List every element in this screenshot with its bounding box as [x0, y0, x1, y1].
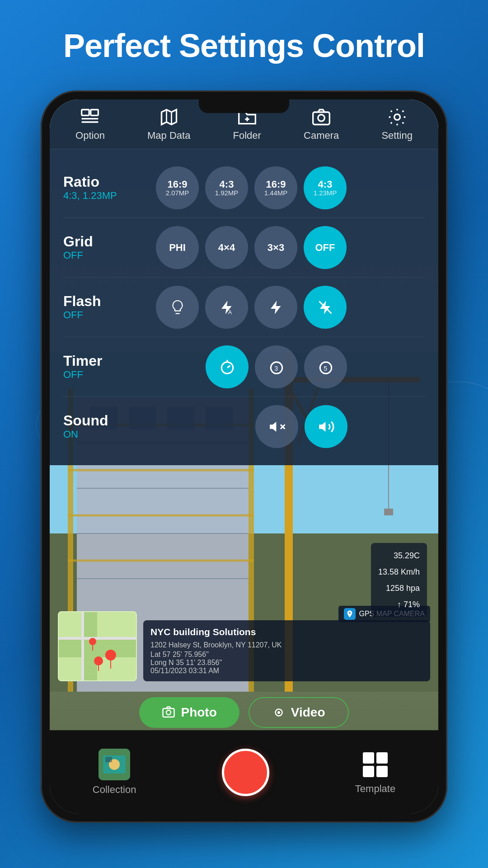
nav-item-option[interactable]: Option: [75, 107, 105, 142]
grid-btn-3x3[interactable]: 3×3: [254, 226, 297, 269]
camera-icon: [311, 107, 331, 127]
flash-auto-icon: A: [219, 299, 235, 316]
sound-label-group: Sound ON: [63, 413, 147, 440]
svg-rect-53: [59, 637, 137, 640]
svg-point-55: [105, 650, 116, 660]
nav-label-setting: Setting: [381, 130, 413, 142]
svg-rect-29: [91, 109, 99, 115]
phone-screen: Option Map Data Folder: [50, 99, 438, 814]
svg-point-41: [221, 362, 233, 373]
template-icon: [361, 750, 390, 779]
location-name: NYC building Solutions: [150, 627, 423, 637]
svg-text:5: 5: [324, 364, 327, 372]
timer-btn-5[interactable]: 5: [304, 345, 347, 388]
flash-on-icon: [268, 299, 284, 316]
location-info-box: GPS MAP CAMERA NYC building Solutions 12…: [143, 620, 430, 681]
ratio-value: 4:3, 1.23MP: [63, 190, 147, 202]
grid-btn-phi[interactable]: PHI: [156, 226, 199, 269]
nav-label-option: Option: [75, 130, 105, 142]
grid-btn-off[interactable]: OFF: [304, 226, 347, 269]
grid-label-group: Grid OFF: [63, 234, 147, 261]
collection-thumbnail-svg: [99, 749, 130, 780]
sound-value: ON: [63, 429, 147, 440]
nav-item-camera[interactable]: Camera: [304, 107, 339, 142]
mute-icon: [268, 418, 286, 435]
flash-btn-on[interactable]: [254, 286, 297, 329]
timer-5-icon: 5: [317, 359, 334, 376]
map-data-icon: [159, 107, 179, 127]
sound-btn-on[interactable]: [305, 405, 347, 448]
ratio-options: 16:9 2.07MP 4:3 1.92MP 16:9 1.44MP 4:3 1…: [156, 166, 347, 209]
bottom-bar: Collection Template: [50, 730, 438, 814]
template-cell-4: [376, 766, 388, 777]
map-thumbnail: [58, 611, 137, 681]
timer-3-icon: 3: [268, 359, 285, 376]
flash-btn-bulb[interactable]: [156, 286, 199, 329]
grid-value: OFF: [63, 250, 147, 261]
svg-point-61: [277, 711, 280, 714]
nav-item-setting[interactable]: Setting: [381, 107, 413, 142]
ratio-label-group: Ratio 4:3, 1.23MP: [63, 174, 147, 202]
svg-rect-65: [105, 757, 112, 762]
ratio-name: Ratio: [63, 174, 147, 190]
shutter-button[interactable]: [222, 749, 269, 796]
template-cell-3: [363, 766, 374, 777]
sound-name: Sound: [63, 413, 147, 429]
timer-btn-3[interactable]: 3: [255, 345, 298, 388]
weather-humidity: ↑ 71%: [378, 596, 420, 613]
flash-btn-auto[interactable]: A: [205, 286, 248, 329]
timer-row: Timer OFF 3 5: [63, 337, 425, 397]
svg-rect-51: [59, 637, 137, 657]
bulb-icon: [169, 299, 186, 316]
setting-icon: [387, 107, 407, 127]
svg-point-59: [166, 710, 171, 715]
svg-text:3: 3: [274, 364, 278, 372]
flash-value: OFF: [63, 309, 147, 321]
gps-badge-icon: [344, 608, 356, 620]
sound-row: Sound ON: [63, 397, 425, 456]
svg-point-37: [318, 114, 325, 121]
weather-panel: 35.29C 13.58 Km/h 1258 hpa ↑ 71%: [371, 543, 427, 617]
location-pin-icon: [346, 610, 354, 618]
video-mode-label: Video: [291, 705, 325, 720]
video-mode-button[interactable]: Video: [249, 697, 349, 728]
grid-btn-4x4[interactable]: 4×4: [205, 226, 248, 269]
timer-icon: [219, 359, 236, 376]
timer-label-group: Timer OFF: [63, 353, 147, 381]
timer-name: Timer: [63, 353, 147, 369]
page-title: Perfect Settings Control: [0, 27, 488, 64]
phone-shell: Option Map Data Folder: [41, 90, 447, 823]
weather-pressure: 1258 hpa: [378, 580, 420, 596]
flash-label-group: Flash OFF: [63, 293, 147, 321]
grid-row: Grid OFF PHI 4×4 3×3 OFF: [63, 218, 425, 278]
svg-rect-27: [384, 509, 393, 515]
settings-panel: Ratio 4:3, 1.23MP 16:9 2.07MP 4:3 1.92MP…: [50, 149, 438, 465]
svg-point-57: [94, 656, 103, 665]
template-button[interactable]: Template: [355, 750, 395, 795]
photo-mode-label: Photo: [181, 705, 216, 720]
ratio-btn-2[interactable]: 4:3 1.92MP: [205, 166, 248, 209]
notch: [199, 99, 289, 113]
photo-mode-button[interactable]: Photo: [139, 697, 239, 728]
template-label: Template: [355, 783, 395, 795]
svg-point-38: [394, 114, 400, 120]
ratio-btn-1[interactable]: 16:9 2.07MP: [156, 166, 199, 209]
ratio-btn-3[interactable]: 16:9 1.44MP: [254, 166, 297, 209]
timer-btn-0[interactable]: [206, 345, 249, 388]
location-long: Long N 35 11' 23.856": [150, 659, 423, 667]
sound-btn-mute[interactable]: [255, 405, 298, 448]
weather-wind: 13.58 Km/h: [378, 564, 420, 580]
template-cell-1: [363, 752, 374, 764]
grid-options: PHI 4×4 3×3 OFF: [156, 226, 347, 269]
flash-options: A: [156, 286, 347, 329]
location-lat: Lat 57 25' 75.956": [150, 651, 423, 659]
nav-item-mapdata[interactable]: Map Data: [147, 107, 190, 142]
ratio-btn-4[interactable]: 4:3 1.23MP: [304, 166, 347, 209]
flash-name: Flash: [63, 293, 147, 309]
mini-map-svg: [59, 612, 137, 681]
collection-button[interactable]: Collection: [93, 749, 136, 796]
flash-btn-off[interactable]: [304, 286, 347, 329]
nav-label-folder: Folder: [233, 130, 261, 142]
svg-point-56: [89, 638, 96, 645]
svg-line-43: [227, 365, 230, 368]
